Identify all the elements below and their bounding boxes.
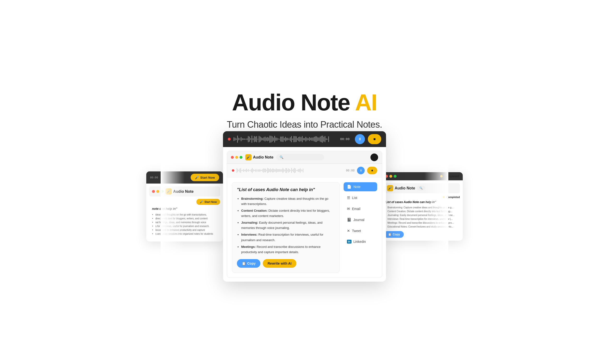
completed-text: Completed [444, 175, 459, 178]
right-completed-row: Completed [384, 196, 460, 198]
list-item: Interviews: Real-time transcription for … [241, 232, 335, 243]
list-item: Journaling: Easily document personal fee… [241, 220, 335, 231]
email-icon: ✉ [347, 207, 350, 211]
logo-icon-right: 🎤 [387, 185, 393, 191]
tl-yellow [235, 156, 238, 159]
inner-rec-dot [232, 169, 234, 172]
main-screenshot: 00:00 ⏸ ■ 🎤 Audio Note 🔍 [223, 131, 386, 282]
mic-icon-left2: 🎤 [200, 200, 203, 203]
stop-button-top[interactable]: ■ [368, 134, 381, 144]
sidebar-panel: 📄 Note ☰ List ✉ Email 📓 Journal [344, 182, 377, 273]
list-item: directly into text for bloggers, writers… [155, 217, 217, 220]
list-item: Interviews: Real-time transcription for … [388, 217, 460, 221]
list-item: s and study sessions into organized note… [155, 232, 217, 236]
inner-waveform [237, 167, 344, 174]
inner-stop-button[interactable]: ■ [367, 167, 377, 174]
app-logo: 🎤 Audio Note [245, 154, 273, 160]
list-item: Content Creation: Dictate content direct… [388, 209, 460, 213]
right-list: Brainstorming: Capture creative ideas an… [384, 206, 460, 229]
tweet-icon: ✕ [347, 229, 350, 233]
list-item: nal feelings, ideas, and memories throug… [155, 220, 217, 224]
completed-badge-inner: Completed [443, 196, 460, 198]
left-inner-window: 🎤 Audio Note 🎤 Start Now note can help i… [146, 183, 223, 241]
inner-time: 00:00 [346, 169, 355, 172]
app-logo-left: 🎤 Audio Note [166, 188, 194, 195]
copy-icon: 📋 [242, 261, 246, 265]
inner-recording-bar: 00:00 ⏸ ■ [227, 164, 382, 177]
list-item: Journaling: Easily document personal fee… [388, 213, 460, 217]
linkedin-icon: in [347, 240, 351, 244]
search-box[interactable]: 🔍 [276, 154, 324, 160]
right-top-bar: Completed [381, 172, 463, 180]
notes-title: "List of cases Audio Note can help in" [237, 187, 335, 192]
tl-red [231, 156, 234, 159]
recording-bar-top: 00:00 ⏸ ■ [223, 131, 386, 147]
right-inner: 🎤 Audio Note 🔍 Completed "List of cases … [381, 180, 463, 241]
app-nav: 🎤 Audio Note 🔍 [245, 154, 378, 161]
rec-dot [228, 138, 231, 141]
list-item: Brainstorming: Capture creative ideas an… [241, 196, 335, 207]
list-item: Content Creation: Dictate content direct… [241, 208, 335, 219]
tl-green-left [161, 190, 164, 193]
note-icon: 📄 [347, 185, 351, 189]
left-time: 00:00 [150, 176, 158, 179]
left-content-area: note can help in" ideas and thoughts on … [149, 207, 220, 238]
right-app-bar: 🎤 Audio Note 🔍 [384, 183, 460, 193]
list-item: s for interviews, useful for journalism … [155, 224, 217, 228]
sidebar-list-button[interactable]: ☰ List [344, 193, 377, 202]
copy-button[interactable]: 📋 Copy [237, 259, 260, 268]
rewrite-button[interactable]: Rewrite with AI [263, 259, 296, 268]
sidebar-tweet-button[interactable]: ✕ Tweet [344, 226, 377, 235]
pause-button-top[interactable]: ⏸ [355, 134, 365, 144]
app-window: 🎤 Audio Note 🔍 00:00 ⏸ ■ "List [227, 151, 382, 278]
dark-circle [371, 154, 378, 161]
completed-dot [440, 175, 443, 177]
tl-yellow-left [156, 190, 159, 193]
list-item: Meetings: Record and transcribe discussi… [388, 221, 460, 225]
mic-icon-left: 🎤 [195, 176, 199, 179]
time-display-top: 00:00 [340, 137, 350, 141]
copy-icon-right: 📋 [388, 233, 391, 236]
list-item: ideas and thoughts on the go with transc… [155, 213, 217, 217]
list-item: Brainstorming: Capture creative ideas an… [388, 206, 460, 209]
traffic-lights-left [152, 190, 164, 193]
right-notes-title: "List of cases Audio Note can help in" [384, 200, 460, 204]
hero-title: Audio Note AI [227, 91, 382, 115]
traffic-lights-right [385, 175, 397, 178]
copy-button-right[interactable]: 📋 Copy [384, 231, 404, 238]
action-buttons: 📋 Copy Rewrite with AI [237, 259, 335, 268]
sidebar-email-button[interactable]: ✉ Email [344, 204, 377, 213]
sidebar-note-button[interactable]: 📄 Note [344, 182, 377, 191]
logo-icon: 🎤 [245, 154, 251, 160]
tl-green-right [394, 175, 397, 178]
sidebar-journal-button[interactable]: 📓 Journal [344, 215, 377, 224]
start-now-button-left2[interactable]: 🎤 Start Now [196, 199, 220, 205]
completed-dot-inner [443, 196, 445, 198]
journal-icon: 📓 [347, 218, 351, 222]
tl-green [239, 156, 242, 159]
hero-subtitle: Turn Chaotic Ideas into Practical Notes. [227, 119, 382, 130]
tl-red-left [152, 190, 155, 193]
content-area: "List of cases Audio Note can help in" B… [227, 177, 382, 278]
sidebar-linkedin-button[interactable]: in Linkedin [344, 237, 377, 246]
app-name: Audio Note [253, 155, 273, 159]
logo-icon-left: 🎤 [166, 188, 172, 195]
list-item: iscussions to enhance productivity and c… [155, 228, 217, 232]
start-now-button-left[interactable]: 🎤 Start Now [191, 174, 219, 181]
list-icon: ☰ [347, 196, 350, 200]
list-item: Educational Notes: Convert lectures and … [388, 225, 460, 229]
left-app-bar: 🎤 Audio Note [149, 186, 220, 196]
left-screenshot: 00:00 🎤 Start Now 🎤 Audi [146, 171, 223, 241]
left-list: ideas and thoughts on the go with transc… [152, 213, 217, 236]
tl-yellow-right [389, 175, 392, 178]
inner-pause-button[interactable]: ⏸ [357, 167, 365, 174]
screenshots-container: 00:00 🎤 Start Now 🎤 Audi [161, 139, 448, 273]
completed-badge: Completed [440, 175, 459, 178]
app-logo-right: 🎤 Audio Note [387, 185, 415, 191]
hero-section: Audio Note AI Turn Chaotic Ideas into Pr… [227, 91, 382, 130]
notes-list: Brainstorming: Capture creative ideas an… [237, 196, 335, 255]
search-right[interactable]: 🔍 [417, 186, 425, 191]
right-screenshot: Completed 🎤 Audio Note 🔍 Completed "List… [381, 172, 463, 241]
traffic-lights [231, 156, 242, 159]
left-title: note can help in" [152, 207, 217, 210]
